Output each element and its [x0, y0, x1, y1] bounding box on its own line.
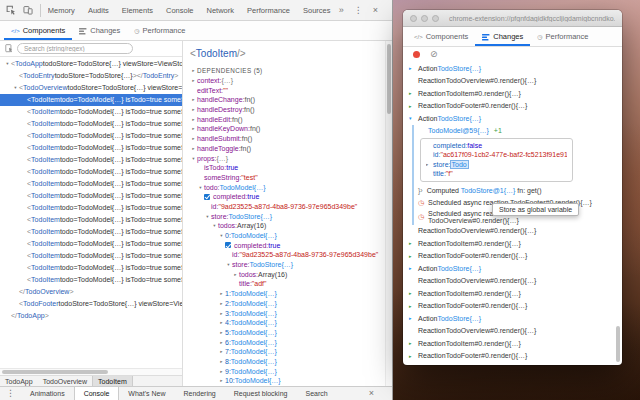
- tree-row[interactable]: <TodoItem todo=TodoModel{…} isTodo=true …: [0, 154, 182, 166]
- log-row[interactable]: Reaction TodoOverview#0.render(){…}: [403, 325, 622, 338]
- top-tab-sources[interactable]: Sources: [303, 6, 331, 15]
- top-tab-audits[interactable]: Audits: [88, 6, 109, 15]
- expand-closed-icon[interactable]: ▸: [190, 126, 197, 131]
- log-row[interactable]: ▸Reaction TodoFooter#0.render(){…}: [403, 100, 622, 113]
- zoom-window-icon[interactable]: [432, 15, 439, 22]
- expand-closed-icon[interactable]: ▸: [218, 369, 225, 374]
- details-row[interactable]: completed: true: [189, 192, 392, 202]
- tab-changes[interactable]: Changes: [475, 27, 530, 46]
- drawer-tab-console[interactable]: Console: [74, 387, 120, 400]
- details-row[interactable]: ▸handleDestroy: fn(): [189, 105, 392, 115]
- details-row[interactable]: ▸9: TodoModel{…}: [189, 366, 392, 376]
- drawer-tab-search[interactable]: Search: [296, 387, 336, 400]
- log-row[interactable]: ▸Action TodoStore{…}: [403, 312, 622, 325]
- expand-closed-icon[interactable]: ▸: [218, 349, 225, 354]
- expand-closed-icon[interactable]: ▸: [190, 117, 197, 122]
- details-row[interactable]: ▸todos: Array(16): [189, 269, 392, 279]
- details-row[interactable]: ▸7: TodoModel{…}: [189, 347, 392, 357]
- expand-closed-icon[interactable]: ▸: [218, 301, 225, 306]
- expand-closed-icon[interactable]: ▸: [218, 320, 225, 325]
- inspect-component-icon[interactable]: [5, 44, 13, 53]
- tree-row[interactable]: <TodoItem todo=TodoModel{…} isTodo=true …: [0, 106, 182, 118]
- log-row[interactable]: Reaction TodoOverview#0.render(){…}: [403, 275, 622, 288]
- tree-row[interactable]: <TodoItem todo=TodoModel{…} isTodo=true …: [0, 214, 182, 226]
- details-row[interactable]: ▾todo: TodoModel{…}: [189, 182, 392, 192]
- details-row[interactable]: ▾0: TodoModel{…}: [189, 231, 392, 241]
- tree-row[interactable]: <TodoItem todo=TodoModel{…} isTodo=true …: [0, 238, 182, 250]
- tree-row[interactable]: ▾<TodoApp todoStore=TodoStore{…} viewSto…: [0, 58, 182, 70]
- expand-closed-icon[interactable]: ▸: [218, 330, 225, 335]
- details-row[interactable]: ▸5: TodoModel{…}: [189, 328, 392, 338]
- kebab-menu-icon[interactable]: ⋮: [354, 6, 363, 15]
- expand-closed-icon[interactable]: ▸: [409, 103, 418, 109]
- log-row[interactable]: ▸Reaction TodoItem#0.render(){…}: [403, 287, 622, 300]
- details-row[interactable]: ▾store: TodoStore{…}: [189, 260, 392, 270]
- close-drawer-icon[interactable]: ×: [369, 389, 374, 398]
- breadcrumb-item-todoitem[interactable]: TodoItem: [92, 376, 133, 386]
- details-row[interactable]: editText: "": [189, 85, 392, 95]
- expand-closed-icon[interactable]: ▸: [190, 68, 197, 73]
- tab-changes[interactable]: Changes: [72, 21, 127, 40]
- log-row[interactable]: ▸Reaction TodoFooter#0.render(){…}: [403, 250, 622, 263]
- model-detail-row[interactable]: completed: false: [426, 141, 567, 151]
- window-titlebar[interactable]: chrome-extension://pfgnfdagidkfgccljigda…: [403, 10, 622, 27]
- top-tab-console[interactable]: Console: [166, 6, 194, 15]
- details-row[interactable]: ▸handleSubmit: fn(): [189, 134, 392, 144]
- expand-open-icon[interactable]: ▾: [211, 223, 218, 228]
- expand-closed-icon[interactable]: ▸: [218, 340, 225, 345]
- expand-closed-icon[interactable]: ▸: [409, 315, 418, 321]
- log-row[interactable]: ▸Reaction TodoFooter#0.render(){…}: [403, 350, 622, 363]
- minimize-window-icon[interactable]: [421, 15, 428, 22]
- expand-closed-icon[interactable]: ▸: [409, 240, 418, 246]
- tree-row[interactable]: <TodoItem todo=TodoModel{…} isTodo=true …: [0, 142, 182, 154]
- log-row[interactable]: ▾Action TodoStore{…}: [403, 112, 622, 125]
- expand-closed-icon[interactable]: ▸: [218, 378, 225, 383]
- expand-open-icon[interactable]: ▾: [409, 115, 418, 121]
- details-row[interactable]: ▸handleChange: fn(): [189, 95, 392, 105]
- tree-row[interactable]: ▾<TodoOverview todoStore=TodoStore{…} vi…: [0, 82, 182, 94]
- details-row[interactable]: id: "9ad23525-a87d-4ba8-9736-97e965d349b…: [189, 202, 392, 212]
- top-tab-memory[interactable]: Memory: [48, 6, 75, 15]
- vertical-scrollbar[interactable]: [385, 41, 392, 386]
- expand-closed-icon[interactable]: ▸: [409, 253, 418, 259]
- details-row[interactable]: ▾props: {…}: [189, 153, 392, 163]
- tree-row[interactable]: <TodoItem todo=TodoModel{…} isTodo=true …: [0, 190, 182, 202]
- drawer-kebab-icon[interactable]: ⋮: [6, 389, 15, 398]
- log-row[interactable]: ▸Action TodoStore{…}: [403, 362, 622, 365]
- changed-model-link[interactable]: TodoModel@59{…}+1: [428, 125, 622, 137]
- expand-closed-icon[interactable]: ▸: [409, 65, 418, 71]
- expand-closed-icon[interactable]: ▸: [426, 162, 433, 167]
- details-row[interactable]: completed: true: [189, 240, 392, 250]
- log-row[interactable]: ▸Action TodoStore{…}: [403, 262, 622, 275]
- tree-row[interactable]: <TodoItem todo=TodoModel{…} isTodo=true …: [0, 166, 182, 178]
- extension-scrollbar-thumb[interactable]: [616, 326, 620, 362]
- details-row[interactable]: ▾store: TodoStore{…}: [189, 211, 392, 221]
- expand-closed-icon[interactable]: ▸: [409, 340, 418, 346]
- tree-row[interactable]: <TodoItem todo=TodoModel{…} isTodo=true …: [0, 226, 182, 238]
- tab-performance[interactable]: ◷Performance: [530, 27, 595, 46]
- details-row[interactable]: title: "adf": [189, 279, 392, 289]
- tab-performance[interactable]: ◷Performance: [127, 21, 192, 40]
- expand-closed-icon[interactable]: ▸: [218, 359, 225, 364]
- tree-row[interactable]: <TodoItem todo=TodoModel{…} isTodo=true …: [0, 202, 182, 214]
- details-row[interactable]: ▸6: TodoModel{…}: [189, 337, 392, 347]
- log-row[interactable]: Reaction TodoOverview#0.render(){…}: [403, 75, 622, 88]
- expand-closed-icon[interactable]: ▸: [190, 136, 197, 141]
- breadcrumb-item-todooverview[interactable]: TodoOverview: [38, 376, 92, 386]
- expand-closed-icon[interactable]: ▸: [190, 107, 197, 112]
- details-row[interactable]: isTodo: true: [189, 163, 392, 173]
- horizontal-scrollbar[interactable]: [0, 368, 182, 375]
- log-row[interactable]: ▸Reaction TodoItem#0.render(){…}: [403, 337, 622, 350]
- inspect-element-icon[interactable]: [6, 5, 16, 15]
- expand-open-icon[interactable]: ▾: [190, 156, 197, 161]
- computed-row[interactable]: }›Computed TodoStore@1{…} fn: get(): [418, 185, 622, 197]
- expand-closed-icon[interactable]: ▸: [218, 291, 225, 296]
- model-detail-row[interactable]: ▸store: Todo: [426, 160, 567, 170]
- details-row[interactable]: id: "9ad23525-a87d-4ba8-9736-97e965d349b…: [189, 250, 392, 260]
- expand-closed-icon[interactable]: ▸: [190, 78, 197, 83]
- clear-icon[interactable]: ⊘: [430, 50, 438, 59]
- expand-closed-icon[interactable]: ▸: [409, 290, 418, 296]
- tree-row[interactable]: <TodoItem todo=TodoModel{…} isTodo=true …: [0, 94, 182, 106]
- tab-components[interactable]: </>Components: [4, 21, 72, 40]
- model-detail-row[interactable]: id: "ac617f09-1cb2-477e-baf2-fc5213f91e9…: [426, 150, 567, 160]
